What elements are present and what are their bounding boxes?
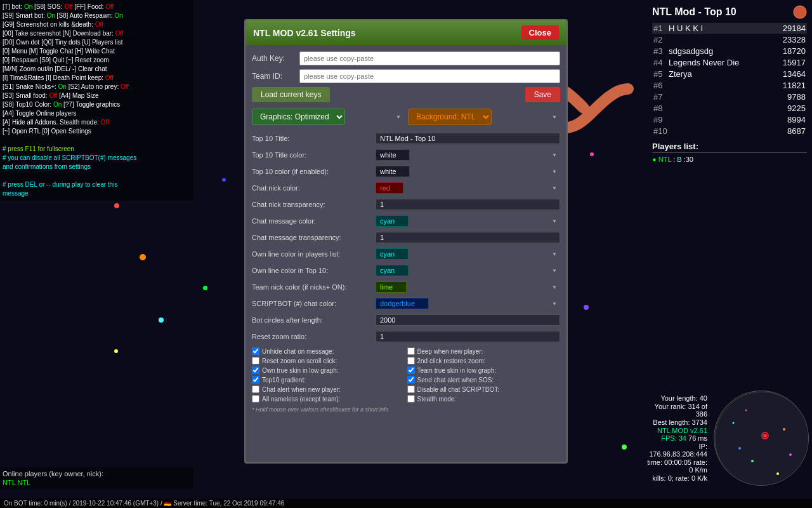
own-skin-low-graph-checkbox[interactable]: [252, 366, 259, 374]
scriptbot-color-select[interactable]: dodgerblue: [376, 298, 429, 309]
top10-color-row: Top 10 color (if enabled): white: [252, 164, 560, 178]
graphics-row: Graphics: Optimized Background: NTL: [252, 109, 560, 125]
auth-key-label: Auth Key:: [252, 54, 299, 63]
chat-nick-color-wrapper: red: [376, 182, 560, 194]
action-buttons-row: Load current keys Save: [252, 87, 560, 102]
chat-message-color-select[interactable]: cyan: [376, 215, 409, 227]
disable-scriptbot-checkbox[interactable]: [407, 385, 415, 393]
chat-message-color-label: Chat message color:: [252, 217, 376, 225]
team-nick-color-row: Team nick color (if nicks+ ON): lime: [252, 280, 560, 294]
top10-gradient-label: Top10 gradient:: [262, 377, 306, 384]
beep-new-player-label: Beep when new player:: [417, 348, 483, 355]
save-button[interactable]: Save: [525, 87, 560, 102]
scriptbot-color-wrapper: dodgerblue: [376, 298, 560, 309]
hint-text: * Hold mouse over various checkboxes for…: [252, 406, 560, 413]
checkboxes-grid: Unhide chat on message: Beep when new pl…: [252, 347, 560, 403]
team-skin-low-graph-label: Team true skin in low graph:: [417, 367, 497, 374]
chat-message-transparency-row: Chat message transparency:: [252, 231, 560, 244]
reset-zoom-scroll-label: Reset zoom on scroll click:: [262, 358, 337, 364]
unhide-chat-label: Unhide chat on message:: [262, 348, 334, 355]
top10-title-input[interactable]: [376, 133, 560, 144]
checkbox-item-8: Send chat alert when SOS:: [407, 376, 561, 384]
own-line-top10-row: Own line color in Top 10: cyan: [252, 264, 560, 277]
load-keys-button[interactable]: Load current keys: [252, 87, 330, 102]
chat-alert-new-player-label: Chat alert when new player:: [262, 386, 341, 393]
top10-title-color-select[interactable]: white: [376, 149, 410, 161]
checkbox-item-1: Unhide chat on message:: [252, 347, 405, 355]
chat-nick-color-select[interactable]: red: [376, 182, 403, 194]
checkbox-item-9: Chat alert when new player:: [252, 385, 405, 393]
team-nick-color-select[interactable]: lime: [376, 281, 407, 293]
stealth-mode-label: Stealth mode:: [417, 396, 457, 403]
settings-overlay: NTL MOD v2.61 Settings Close Auth Key: T…: [0, 0, 812, 508]
scriptbot-color-label: SCRIPTBOT (#) chat color:: [252, 300, 376, 307]
reset-zoom-row: Reset zoom ratio:: [252, 330, 560, 344]
top10-color-select[interactable]: white: [376, 166, 410, 177]
chat-nick-transparency-label: Chat nick transparency:: [252, 201, 376, 208]
team-id-row: Team ID:: [252, 69, 560, 83]
all-nameless-checkbox[interactable]: [252, 395, 259, 403]
own-line-top10-select[interactable]: cyan: [376, 265, 409, 276]
team-nick-color-wrapper: lime: [376, 281, 560, 293]
reset-zoom-scroll-checkbox[interactable]: [252, 357, 259, 364]
top10-title-color-label: Top 10 Title color:: [252, 151, 376, 159]
top10-gradient-checkbox[interactable]: [252, 376, 259, 384]
beep-new-player-checkbox[interactable]: [407, 347, 415, 355]
own-line-players-row: Own line color in players list: cyan: [252, 247, 560, 261]
background-select-wrapper: Background: NTL: [408, 109, 560, 125]
auth-key-input[interactable]: [299, 51, 560, 65]
team-nick-color-label: Team nick color (if nicks+ ON):: [252, 283, 376, 291]
settings-body: Auth Key: Team ID: Load current keys Sav…: [246, 45, 566, 419]
send-chat-alert-sos-checkbox[interactable]: [407, 376, 415, 384]
second-click-zoom-checkbox[interactable]: [407, 357, 415, 364]
top10-title-row: Top 10 Title:: [252, 131, 560, 145]
checkbox-item-11: All nameless (except team):: [252, 395, 405, 403]
own-line-players-wrapper: cyan: [376, 248, 560, 260]
checkbox-item-7: Top10 gradient:: [252, 376, 405, 384]
checkbox-item-6: Team true skin in low graph:: [407, 366, 561, 374]
team-id-input[interactable]: [299, 69, 560, 83]
top10-color-wrapper: white: [376, 166, 560, 177]
own-line-players-label: Own line color in players list:: [252, 250, 376, 258]
top10-title-color-row: Top 10 Title color: white: [252, 148, 560, 162]
top10-color-label: Top 10 color (if enabled):: [252, 168, 376, 175]
reset-zoom-input[interactable]: [376, 331, 560, 342]
auth-key-row: Auth Key:: [252, 51, 560, 65]
second-click-zoom-label: 2nd click restores zoom:: [417, 358, 486, 364]
scriptbot-color-row: SCRIPTBOT (#) chat color: dodgerblue: [252, 297, 560, 311]
chat-message-transparency-label: Chat message transparency:: [252, 234, 376, 241]
settings-header: NTL MOD v2.61 Settings Close: [246, 20, 566, 45]
top10-title-color-wrapper: white: [376, 149, 560, 161]
reset-zoom-label: Reset zoom ratio:: [252, 333, 376, 340]
chat-alert-new-player-checkbox[interactable]: [252, 385, 259, 393]
all-nameless-label: All nameless (except team):: [262, 396, 340, 403]
chat-message-color-wrapper: cyan: [376, 215, 560, 227]
chat-message-transparency-input[interactable]: [376, 232, 560, 243]
own-line-top10-wrapper: cyan: [376, 265, 560, 276]
chat-message-color-row: Chat message color: cyan: [252, 214, 560, 228]
own-line-players-select[interactable]: cyan: [376, 248, 409, 260]
own-skin-low-graph-label: Own true skin in low graph:: [262, 367, 339, 374]
bot-circles-row: Bot circles after length:: [252, 313, 560, 327]
settings-title: NTL MOD v2.61 Settings: [253, 28, 356, 38]
stealth-mode-checkbox[interactable]: [407, 395, 415, 403]
graphics-select[interactable]: Graphics: Optimized: [252, 109, 345, 125]
checkbox-item-3: Reset zoom on scroll click:: [252, 357, 405, 364]
checkbox-item-4: 2nd click restores zoom:: [407, 357, 561, 364]
checkbox-item-12: Stealth mode:: [407, 395, 561, 403]
close-button[interactable]: Close: [521, 25, 559, 40]
chat-nick-transparency-input[interactable]: [376, 199, 560, 210]
top10-title-label: Top 10 Title:: [252, 135, 376, 142]
bot-circles-input[interactable]: [376, 314, 560, 326]
unhide-chat-checkbox[interactable]: [252, 347, 259, 355]
bot-circles-label: Bot circles after length:: [252, 316, 376, 324]
send-chat-alert-sos-label: Send chat alert when SOS:: [417, 377, 494, 384]
chat-nick-color-row: Chat nick color: red: [252, 181, 560, 195]
team-id-label: Team ID:: [252, 72, 299, 81]
checkbox-item-5: Own true skin in low graph:: [252, 366, 405, 374]
checkbox-item-2: Beep when new player:: [407, 347, 561, 355]
settings-modal: NTL MOD v2.61 Settings Close Auth Key: T…: [244, 19, 568, 464]
team-skin-low-graph-checkbox[interactable]: [407, 366, 415, 374]
background-select[interactable]: Background: NTL: [408, 109, 492, 125]
checkbox-item-10: Disable all chat SCRIPTBOT:: [407, 385, 561, 393]
